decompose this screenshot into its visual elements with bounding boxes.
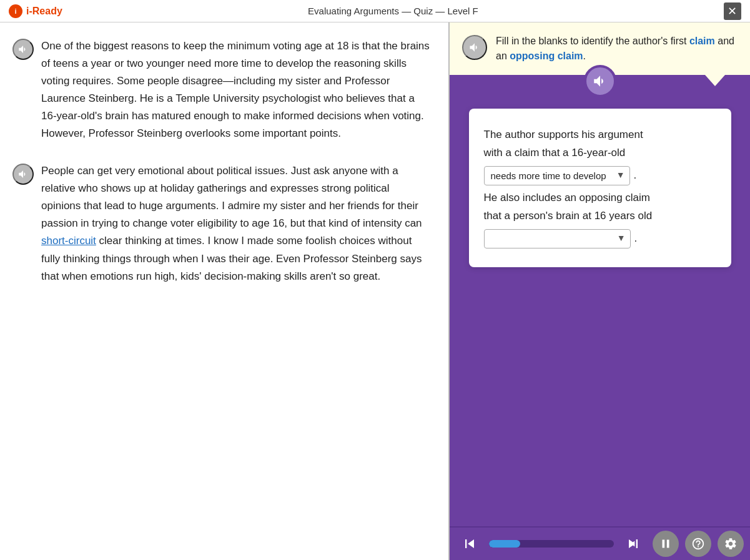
speaker-icon-2 xyxy=(17,169,29,180)
bottom-controls xyxy=(450,526,750,560)
term-claim: claim xyxy=(689,36,715,46)
quiz-text: The author supports his argument with a … xyxy=(484,126,716,248)
term-opposing-claim: opposing claim xyxy=(510,51,583,61)
logo-icon: i xyxy=(9,4,22,18)
speaker-icon xyxy=(17,44,29,55)
right-panel: Fill in the blanks to identify the autho… xyxy=(450,22,750,560)
forward-icon xyxy=(624,535,642,553)
instruction-audio-button[interactable] xyxy=(462,35,487,60)
passage-paragraph-1: One of the biggest reasons to keep the m… xyxy=(12,37,430,142)
quiz-line1: The author supports his argument xyxy=(484,129,643,140)
help-icon xyxy=(691,537,705,551)
audio-button-p2[interactable] xyxy=(12,164,34,185)
dropdown-wrapper-2: has matured enough to vote needs more de… xyxy=(484,229,631,248)
claim-dropdown[interactable]: needs more time to develop has matured e… xyxy=(484,166,630,185)
short-circuit-link[interactable]: short-circuit xyxy=(41,235,96,247)
quiz-title: Evaluating Arguments — Quiz — Level F xyxy=(308,6,478,16)
instruction-speaker-icon xyxy=(468,41,481,54)
quiz-card: The author supports his argument with a … xyxy=(469,109,731,267)
rewind-icon xyxy=(461,535,478,553)
dropdown-wrapper-1: needs more time to develop has matured e… xyxy=(484,166,630,185)
quiz-speaker-icon xyxy=(592,73,608,89)
close-button[interactable]: ✕ xyxy=(724,2,741,20)
quiz-line4: that a person's brain at 16 years old xyxy=(484,210,653,222)
logo: i i-Ready xyxy=(9,4,62,18)
rewind-button[interactable] xyxy=(456,531,483,557)
instruction-text: Fill in the blanks to identify the autho… xyxy=(496,34,738,64)
quiz-audio-circle-button[interactable] xyxy=(584,65,616,97)
pause-button[interactable] xyxy=(653,531,679,557)
audio-button-p1[interactable] xyxy=(12,39,34,60)
passage-paragraph-2: People can get very emotional about poli… xyxy=(12,162,430,285)
help-button[interactable] xyxy=(685,531,711,557)
logo-text: i-Ready xyxy=(26,6,62,17)
top-bar: i i-Ready Evaluating Arguments — Quiz — … xyxy=(0,0,750,22)
pause-icon xyxy=(659,537,673,551)
progress-bar-fill xyxy=(489,540,520,548)
period-2: . xyxy=(634,230,638,248)
period-1: . xyxy=(634,167,637,185)
passage-text-p1: One of the biggest reasons to keep the m… xyxy=(41,37,430,142)
dropdown-row-1: needs more time to develop has matured e… xyxy=(484,166,716,185)
dropdown-row-2: has matured enough to vote needs more de… xyxy=(484,229,716,248)
settings-icon xyxy=(724,537,738,551)
progress-bar-container xyxy=(489,540,614,548)
settings-button[interactable] xyxy=(718,531,744,557)
left-panel: One of the biggest reasons to keep the m… xyxy=(0,22,450,560)
quiz-line2: with a claim that a 16-year-old xyxy=(484,147,626,159)
quiz-line3: He also includes an opposing claim xyxy=(484,192,651,204)
passage-text-p2: People can get very emotional about poli… xyxy=(41,162,430,285)
opposing-claim-dropdown[interactable]: has matured enough to vote needs more de… xyxy=(484,229,631,248)
quiz-card-area: The author supports his argument with a … xyxy=(450,77,750,526)
forward-button[interactable] xyxy=(620,531,646,557)
main-content: One of the biggest reasons to keep the m… xyxy=(0,22,750,560)
